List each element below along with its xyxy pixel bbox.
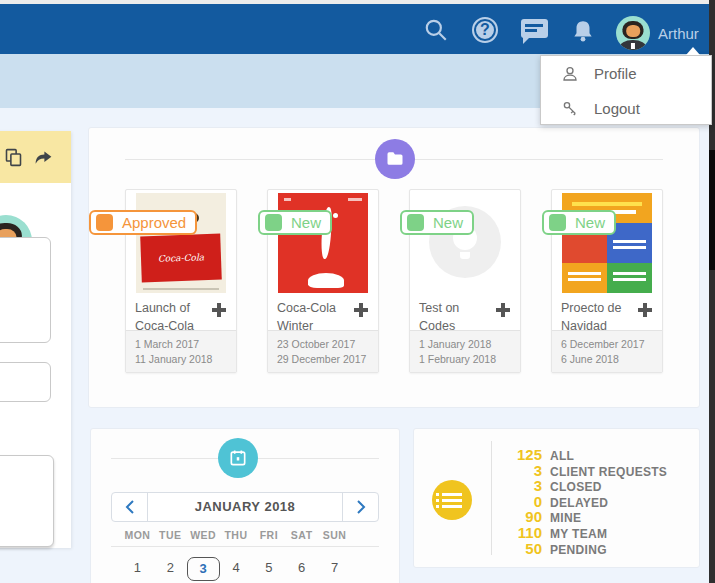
calendar-icon <box>218 438 258 478</box>
menu-item-profile[interactable]: Profile <box>541 56 711 91</box>
start-date: 23 October 2017 <box>277 337 369 352</box>
left-panel-action-header <box>0 131 71 183</box>
end-date: 11 January 2018 <box>135 352 227 367</box>
left-panel-field[interactable] <box>0 237 51 343</box>
add-plus-icon[interactable] <box>211 302 227 318</box>
username-label[interactable]: Arthur <box>658 25 699 42</box>
status-badge: New <box>258 210 332 235</box>
stat-label: ALL <box>550 449 574 463</box>
left-detail-panel <box>0 131 71 548</box>
campaign-card-coca-cola-winter[interactable]: New Coca-Cola Winter 23 October 2017 29 … <box>267 189 379 373</box>
user-avatar[interactable] <box>616 16 650 50</box>
calendar-panel: JANUARY 2018 MON TUE WED THU FRI SAT SUN… <box>90 428 400 583</box>
task-stats-panel: 125 ALL 3 CLIENT REQUESTS 3 CLOSED 0 DEL… <box>413 428 700 568</box>
calendar-date[interactable]: 2 <box>154 557 187 581</box>
status-label: Approved <box>122 214 186 231</box>
dow-label: MON <box>121 529 154 541</box>
next-month-chevron[interactable] <box>342 493 378 521</box>
start-date: 6 December 2017 <box>561 337 653 352</box>
dow-label: FRI <box>252 529 285 541</box>
campaign-thumbnail <box>278 193 368 293</box>
status-swatch <box>549 214 566 231</box>
stat-row-closed[interactable]: 3 CLOSED <box>498 477 667 493</box>
stat-value: 0 <box>498 493 542 510</box>
stats-rows: 125 ALL 3 CLIENT REQUESTS 3 CLOSED 0 DEL… <box>498 446 667 555</box>
calendar-date-selected[interactable]: 3 <box>187 557 220 581</box>
status-badge: New <box>400 210 474 235</box>
divider <box>491 441 492 555</box>
share-forward-icon[interactable] <box>33 147 54 168</box>
status-label: New <box>575 214 605 231</box>
stat-value: 3 <box>498 477 542 494</box>
status-badge: Approved <box>89 210 197 235</box>
campaign-card-launch-of-coca-cola[interactable]: Approved Coca-Cola Launch of Coca-Cola 1… <box>125 189 237 373</box>
stat-label: DELAYED <box>550 496 608 510</box>
stat-value: 110 <box>498 524 542 541</box>
dow-label: THU <box>220 529 253 541</box>
notifications-bell-icon[interactable] <box>570 18 596 44</box>
stat-label: CLIENT REQUESTS <box>550 465 667 479</box>
dow-label: SUN <box>318 529 351 541</box>
campaign-card-proecto-de-navidad[interactable]: New Proecto de Navidad 2017 6 December 2… <box>551 189 663 373</box>
status-swatch <box>96 214 113 231</box>
add-plus-icon[interactable] <box>637 302 653 318</box>
campaign-thumbnail <box>562 193 652 293</box>
status-badge: New <box>542 210 616 235</box>
previous-month-chevron[interactable] <box>112 493 148 521</box>
help-icon[interactable]: ? <box>472 17 498 43</box>
left-panel-field[interactable] <box>0 362 51 402</box>
dropdown-caret <box>686 47 700 55</box>
divider <box>111 546 379 547</box>
folder-icon <box>375 139 415 179</box>
dashboard-screen: ? Arthur Profile Logout <box>0 0 715 583</box>
campaign-cards-row: Approved Coca-Cola Launch of Coca-Cola 1… <box>125 189 663 373</box>
status-label: New <box>433 214 463 231</box>
status-swatch <box>407 214 424 231</box>
dow-label: WED <box>187 529 220 541</box>
calendar-date[interactable]: 7 <box>318 557 351 581</box>
list-icon <box>432 480 472 520</box>
stat-row-delayed[interactable]: 0 DELAYED <box>498 493 667 509</box>
search-icon[interactable] <box>423 17 449 43</box>
menu-item-logout[interactable]: Logout <box>541 91 711 126</box>
coca-cola-logo: Coca-Cola <box>140 234 222 283</box>
stat-value: 125 <box>498 446 542 463</box>
user-menu-dropdown: Profile Logout <box>540 55 712 125</box>
add-plus-icon[interactable] <box>353 302 369 318</box>
copy-icon[interactable] <box>3 147 24 168</box>
stat-label: PENDING <box>550 543 607 557</box>
calendar-date[interactable]: 1 <box>121 557 154 581</box>
person-icon <box>561 65 579 83</box>
dow-label: SAT <box>285 529 318 541</box>
left-panel-textarea[interactable] <box>0 455 54 547</box>
campaign-dates: 1 March 2017 11 January 2018 <box>126 330 236 372</box>
status-swatch <box>265 214 282 231</box>
key-icon <box>561 100 579 118</box>
stat-row-all[interactable]: 125 ALL <box>498 446 667 462</box>
campaign-dates: 1 January 2018 1 February 2018 <box>410 330 520 372</box>
campaign-card-test-on-codes[interactable]: New Test on Codes 1 January 2018 1 Febru… <box>409 189 521 373</box>
calendar-date[interactable]: 5 <box>252 557 285 581</box>
stat-value: 50 <box>498 540 542 557</box>
calendar-date[interactable]: 6 <box>285 557 318 581</box>
stat-label: MINE <box>550 511 581 525</box>
stat-row-pending[interactable]: 50 PENDING <box>498 540 667 556</box>
scrollbar-thumb[interactable] <box>709 150 715 270</box>
calendar-date[interactable]: 4 <box>220 557 253 581</box>
end-date: 1 February 2018 <box>419 352 511 367</box>
menu-item-label: Logout <box>594 100 640 117</box>
campaign-dates: 6 December 2017 6 June 2018 <box>552 330 662 372</box>
calendar-week-row: 1 2 3 4 5 6 7 <box>121 557 351 581</box>
stat-row-mine[interactable]: 90 MINE <box>498 508 667 524</box>
stat-row-my-team[interactable]: 110 MY TEAM <box>498 524 667 540</box>
campaign-thumbnail-placeholder <box>420 193 510 293</box>
stat-value: 3 <box>498 462 542 479</box>
current-month-label: JANUARY 2018 <box>148 493 342 521</box>
messages-icon[interactable] <box>521 19 548 38</box>
day-of-week-headers: MON TUE WED THU FRI SAT SUN <box>121 529 351 541</box>
campaign-thumbnail: Coca-Cola <box>136 193 226 293</box>
add-plus-icon[interactable] <box>495 302 511 318</box>
top-navigation-bar: ? Arthur <box>0 4 715 54</box>
stat-label: CLOSED <box>550 480 602 494</box>
stat-row-client-requests[interactable]: 3 CLIENT REQUESTS <box>498 462 667 478</box>
